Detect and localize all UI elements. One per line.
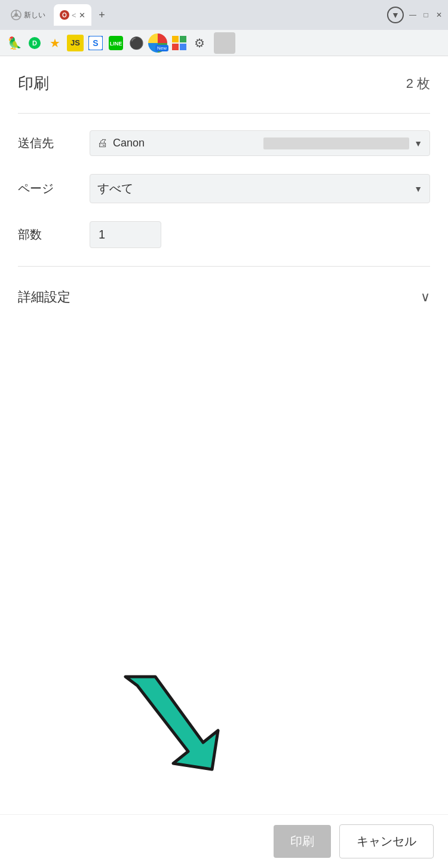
pages-select[interactable]: すべて ▼ [90, 174, 430, 203]
svg-line-3 [18, 16, 21, 18]
active-tab-favicon: O [60, 10, 69, 20]
section-divider [18, 266, 430, 267]
print-area: 印刷 2 枚 送信先 🖨 Canon ▼ ページ すべて ▼ 部数 1 [0, 56, 448, 311]
printer-name: Canon [113, 137, 259, 149]
bookmark-gray-box [214, 32, 235, 54]
bookmark-gear-icon[interactable]: ⚙ [191, 35, 208, 51]
bookmark-js-icon[interactable]: JS [67, 35, 84, 51]
chevron-down-icon: ∨ [421, 289, 430, 305]
bookmark-colorful-icon: New [148, 33, 167, 53]
destination-dropdown-arrow: ▼ [414, 139, 422, 148]
destination-label: 送信先 [18, 135, 90, 151]
printer-icon: 🖨 [97, 137, 108, 149]
bookmark-evernote-icon[interactable]: 🦜 [6, 35, 23, 51]
destination-row: 送信先 🖨 Canon ▼ [18, 130, 430, 156]
print-header: 印刷 2 枚 [18, 73, 430, 94]
pages-dropdown-arrow: ▼ [414, 184, 422, 194]
bookmark-new-container[interactable]: New [148, 33, 167, 53]
printer-name-blurred [263, 137, 409, 149]
bookmark-line-icon[interactable]: LINE [108, 35, 124, 51]
minimize-button[interactable]: — [409, 11, 417, 19]
svg-text:LINE: LINE [110, 41, 122, 47]
pages-label: ページ [18, 181, 90, 197]
maximize-button[interactable]: □ [422, 11, 430, 19]
svg-rect-14 [180, 44, 186, 50]
tab-inactive[interactable]: 新しい [5, 4, 51, 26]
svg-rect-13 [172, 44, 179, 50]
tab-inactive-label: 新しい [24, 10, 45, 20]
tab-close-icon[interactable]: ✕ [79, 11, 85, 20]
pages-value: すべて [97, 181, 414, 197]
advanced-label: 詳細設定 [18, 288, 70, 306]
new-tab-button[interactable]: + [94, 7, 111, 23]
bookmark-blocks-icon[interactable] [171, 35, 188, 51]
tab-back-icon[interactable]: < [72, 11, 76, 20]
destination-control: 🖨 Canon ▼ [90, 130, 430, 156]
bookmark-s-icon[interactable]: S [87, 35, 104, 51]
cancel-button[interactable]: キャンセル [339, 824, 434, 858]
copies-input[interactable]: 1 [90, 221, 161, 248]
header-divider [18, 113, 430, 114]
printer-select[interactable]: 🖨 Canon ▼ [90, 130, 430, 156]
close-button[interactable]: ✕ [435, 11, 443, 19]
chrome-browser-icon [11, 10, 22, 20]
print-title: 印刷 [18, 73, 49, 94]
svg-rect-12 [180, 36, 186, 42]
tab-active[interactable]: O < ✕ [54, 4, 91, 26]
teal-arrow-svg [108, 665, 227, 784]
copies-label: 部数 [18, 227, 90, 243]
bookmark-bar: 🦜 D ★ JS S LINE ⚫ New [0, 30, 448, 56]
svg-text:S: S [93, 38, 98, 48]
svg-rect-11 [172, 36, 179, 42]
pages-row: ページ すべて ▼ [18, 174, 430, 203]
arrow-annotation [108, 665, 227, 784]
svg-text:D: D [32, 39, 37, 47]
svg-point-1 [14, 13, 18, 17]
bookmark-ball-icon[interactable]: ⚫ [128, 35, 145, 51]
pages-control: すべて ▼ [90, 174, 430, 203]
copies-control: 1 [90, 221, 430, 248]
browser-chrome: 新しい O < ✕ + ▼ — □ ✕ [0, 0, 448, 30]
svg-line-4 [12, 16, 15, 18]
svg-marker-15 [125, 677, 218, 769]
bookmark-star-icon[interactable]: ★ [47, 35, 63, 51]
copies-row: 部数 1 [18, 221, 430, 248]
bottom-bar: 印刷 キャンセル [0, 814, 448, 868]
print-count: 2 枚 [406, 75, 430, 93]
new-badge: New [155, 45, 168, 51]
advanced-settings-row[interactable]: 詳細設定 ∨ [18, 283, 430, 311]
bookmark-circle-icon[interactable]: D [26, 35, 43, 51]
profile-icon[interactable]: ▼ [387, 7, 404, 23]
print-button[interactable]: 印刷 [274, 825, 331, 858]
